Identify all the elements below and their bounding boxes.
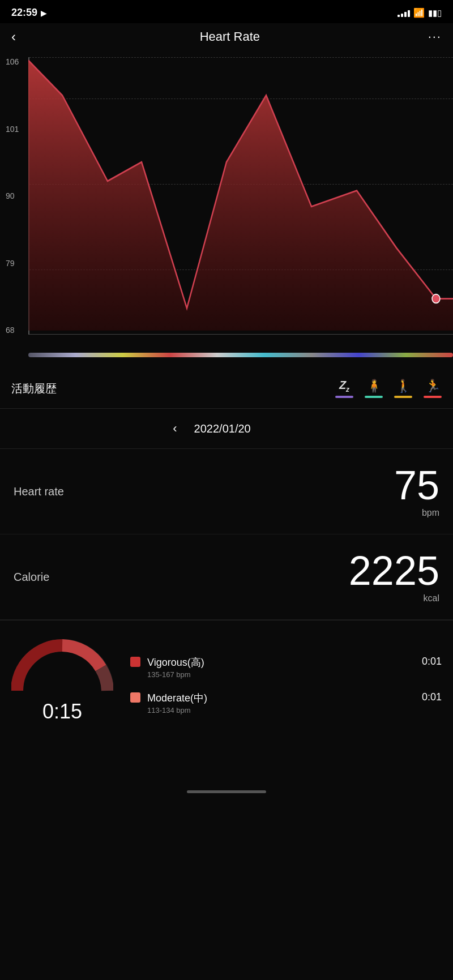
standing-icon-bar xyxy=(365,396,383,398)
moderate-text: Moderate(中) 113-134 bpm xyxy=(147,691,415,714)
donut-chart: 0:15 xyxy=(11,634,113,736)
location-icon: ▶ xyxy=(41,8,47,18)
y-label-90: 90 xyxy=(6,191,19,200)
activity-history-label: 活動履歴 xyxy=(11,381,57,396)
heart-rate-value-block: 75 bpm xyxy=(394,465,439,518)
home-indicator xyxy=(0,784,453,798)
battery-icon: ▮▮▯ xyxy=(428,8,442,18)
moderate-label: Moderate(中) xyxy=(147,691,415,705)
stats-section: Heart rate 75 bpm Calorie 2225 kcal xyxy=(0,449,453,620)
heart-rate-label: Heart rate xyxy=(14,485,64,498)
calorie-unit: kcal xyxy=(349,593,439,604)
moderate-time: 0:01 xyxy=(422,691,442,703)
status-time: 22:59 xyxy=(11,7,37,19)
vigorous-range: 135-167 bpm xyxy=(147,670,415,679)
vigorous-label: Vigorous(高) xyxy=(147,656,415,669)
svg-marker-0 xyxy=(28,61,453,331)
vigorous-swatch xyxy=(130,657,140,667)
walking-icon: 🚶 xyxy=(396,379,411,393)
activity-icon-sleep[interactable]: Zz xyxy=(335,379,353,398)
moderate-swatch xyxy=(130,692,140,703)
wifi-icon: 📶 xyxy=(413,7,425,18)
y-label-68: 68 xyxy=(6,326,19,335)
date-prev-button[interactable]: ‹ xyxy=(173,421,177,436)
date-navigation: ‹ 2022/01/20 xyxy=(0,409,453,449)
header: ‹ Heart Rate ··· xyxy=(0,23,453,52)
heart-rate-chart: 106 101 90 79 68 xyxy=(0,52,453,369)
calorie-row: Calorie 2225 kcal xyxy=(0,534,453,620)
status-bar: 22:59 ▶ 📶 ▮▮▯ xyxy=(0,0,453,23)
running-icon-bar xyxy=(424,396,442,398)
more-button[interactable]: ··· xyxy=(428,29,442,44)
sleep-icon: Zz xyxy=(339,379,349,393)
calorie-value-block: 2225 kcal xyxy=(349,550,439,604)
back-button[interactable]: ‹ xyxy=(11,29,32,45)
heart-rate-unit: bpm xyxy=(394,508,439,518)
standing-icon: 🧍 xyxy=(366,379,382,393)
heart-rate-value: 75 xyxy=(394,465,439,506)
chart-svg-area xyxy=(28,57,453,369)
vigorous-time: 0:01 xyxy=(422,656,442,667)
walking-icon-bar xyxy=(394,396,412,398)
chart-svg xyxy=(28,57,453,369)
y-label-106: 106 xyxy=(6,57,19,66)
page-title: Heart Rate xyxy=(200,29,260,44)
activity-history-section: 活動履歴 Zz 🧍 🚶 🏃 xyxy=(0,369,453,409)
y-label-79: 79 xyxy=(6,259,19,268)
date-display: 2022/01/20 xyxy=(194,422,251,435)
signal-bars-icon xyxy=(398,9,410,17)
activity-legend: Vigorous(高) 135-167 bpm 0:01 Moderate(中)… xyxy=(130,656,442,714)
activity-distribution: 0:15 Vigorous(高) 135-167 bpm 0:01 Modera… xyxy=(0,620,453,750)
legend-vigorous: Vigorous(高) 135-167 bpm 0:01 xyxy=(130,656,442,679)
status-icons: 📶 ▮▮▯ xyxy=(398,7,442,18)
running-icon: 🏃 xyxy=(425,379,441,393)
sleep-icon-bar xyxy=(335,396,353,398)
activity-icon-walking[interactable]: 🚶 xyxy=(394,379,412,398)
activity-colorbar xyxy=(28,353,453,357)
heart-rate-row: Heart rate 75 bpm xyxy=(0,449,453,534)
activity-icon-group: Zz 🧍 🚶 🏃 xyxy=(335,379,442,398)
vigorous-text: Vigorous(高) 135-167 bpm xyxy=(147,656,415,679)
activity-icon-running[interactable]: 🏃 xyxy=(424,379,442,398)
calorie-value: 2225 xyxy=(349,550,439,591)
chart-y-axis: 106 101 90 79 68 xyxy=(6,57,19,335)
home-bar xyxy=(187,790,266,793)
legend-moderate: Moderate(中) 113-134 bpm 0:01 xyxy=(130,691,442,714)
calorie-label: Calorie xyxy=(14,571,49,584)
donut-total-time: 0:15 xyxy=(11,700,113,724)
svg-point-1 xyxy=(432,294,440,303)
moderate-range: 113-134 bpm xyxy=(147,706,415,714)
y-label-101: 101 xyxy=(6,125,19,134)
activity-icon-standing[interactable]: 🧍 xyxy=(365,379,383,398)
